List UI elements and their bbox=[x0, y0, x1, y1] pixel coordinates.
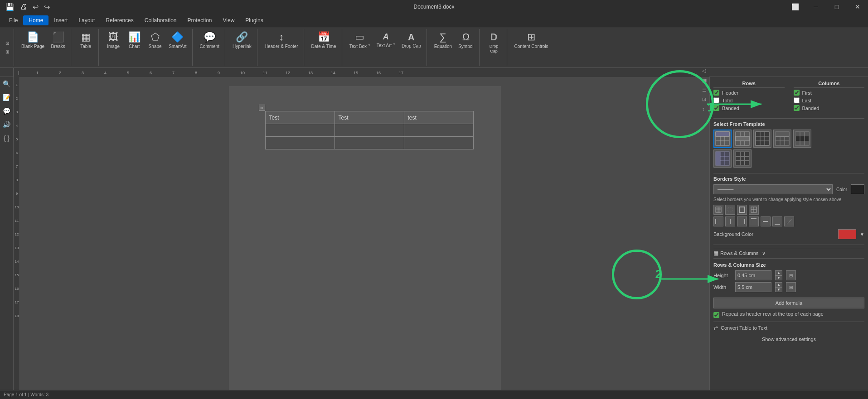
right-edge-icon-5[interactable]: ↕ bbox=[702, 106, 709, 111]
menu-collaboration[interactable]: Collaboration bbox=[139, 15, 182, 25]
width-down[interactable]: ▼ bbox=[775, 287, 782, 292]
border-style-select[interactable]: ───── - - - - · · · · bbox=[713, 184, 833, 194]
minimize-button[interactable]: ─ bbox=[805, 0, 826, 14]
table-cell-1-1[interactable]: Test bbox=[265, 111, 335, 124]
template-option-2[interactable] bbox=[733, 130, 752, 148]
border-all-icon[interactable] bbox=[713, 205, 723, 215]
chart-button[interactable]: 📊 Chart bbox=[124, 30, 144, 51]
right-edge-icon-4[interactable]: ⊡ bbox=[702, 96, 709, 102]
table-cell-2-2[interactable] bbox=[335, 124, 404, 137]
header-checkbox[interactable] bbox=[713, 90, 719, 96]
repeat-header-checkbox[interactable] bbox=[713, 312, 719, 318]
breaks-button[interactable]: ⬛ Breaks bbox=[48, 30, 68, 51]
table-cell-2-1[interactable] bbox=[265, 124, 335, 137]
border-left-icon[interactable] bbox=[713, 216, 723, 226]
border-thick-icon[interactable] bbox=[749, 205, 759, 215]
bg-color-dropdown[interactable]: ▼ bbox=[860, 232, 864, 237]
right-edge-icon-1[interactable]: ◁ bbox=[702, 68, 709, 74]
border-none-icon[interactable] bbox=[725, 205, 735, 215]
save-icon[interactable]: 💾 bbox=[4, 2, 16, 12]
menu-insert[interactable]: Insert bbox=[48, 15, 73, 25]
height-input[interactable] bbox=[735, 270, 771, 280]
document-table[interactable]: Test Test test bbox=[265, 111, 474, 149]
show-advanced-link[interactable]: Show advanced settings bbox=[713, 335, 864, 344]
table-cell-1-3[interactable]: test bbox=[404, 111, 473, 124]
height-up[interactable]: ▲ bbox=[775, 270, 782, 275]
table-cell-3-2[interactable] bbox=[335, 137, 404, 149]
template-option-5[interactable] bbox=[793, 130, 811, 148]
border-right-icon[interactable] bbox=[737, 216, 747, 226]
add-formula-button[interactable]: Add formula bbox=[713, 298, 864, 308]
drop-cap-big-button[interactable]: D DropCap bbox=[484, 30, 504, 55]
window-restore-icon[interactable]: ⬜ bbox=[785, 0, 805, 14]
symbol-button[interactable]: Ω Symbol bbox=[456, 30, 476, 51]
menu-view[interactable]: View bbox=[218, 15, 240, 25]
header-footer-button[interactable]: ↕ Header & Footer bbox=[262, 30, 301, 51]
total-checkbox[interactable] bbox=[713, 97, 719, 103]
text-art-button[interactable]: A Text Art ˅ bbox=[374, 30, 398, 51]
maximize-button[interactable]: □ bbox=[826, 0, 847, 14]
left-panel-code[interactable]: { } bbox=[2, 133, 11, 143]
banded-cols-checkbox[interactable] bbox=[794, 105, 800, 111]
right-edge-icon-2[interactable]: ▦ bbox=[702, 77, 709, 83]
width-input[interactable] bbox=[735, 282, 771, 292]
undo-icon[interactable]: ↩ bbox=[31, 2, 40, 12]
table-cell-1-2[interactable]: Test bbox=[335, 111, 404, 124]
rows-columns-expand[interactable]: ▦ Rows & Columns ∨ bbox=[713, 248, 864, 259]
left-panel-search[interactable]: 🔍 bbox=[1, 79, 12, 89]
template-option-6[interactable] bbox=[713, 149, 732, 168]
document-area[interactable]: ⊕ Test Test test bbox=[20, 77, 709, 390]
print-icon[interactable]: 🖨 bbox=[18, 2, 29, 12]
left-panel-audio[interactable]: 🔊 bbox=[1, 120, 12, 130]
first-checkbox[interactable] bbox=[794, 90, 800, 96]
table-cell-3-1[interactable] bbox=[265, 137, 335, 149]
banded-rows-checkbox[interactable] bbox=[713, 105, 719, 111]
drop-cap-button[interactable]: A Drop Cap bbox=[399, 30, 424, 51]
ribbon-small-icon-2[interactable]: ⊞ bbox=[4, 48, 11, 55]
border-diag-icon[interactable] bbox=[784, 216, 794, 226]
menu-references[interactable]: References bbox=[100, 15, 139, 25]
width-eq-btn[interactable]: ⊟ bbox=[786, 282, 796, 292]
template-option-1[interactable] bbox=[713, 130, 732, 148]
menu-file[interactable]: File bbox=[4, 15, 23, 25]
template-option-4[interactable] bbox=[773, 130, 791, 148]
menu-protection[interactable]: Protection bbox=[182, 15, 218, 25]
border-center-v-icon[interactable] bbox=[725, 216, 735, 226]
height-down[interactable]: ▼ bbox=[775, 275, 782, 280]
height-eq-btn[interactable]: ⊟ bbox=[786, 270, 796, 280]
ribbon-small-icon-1[interactable]: ⊡ bbox=[4, 40, 11, 47]
template-option-3[interactable] bbox=[753, 130, 771, 148]
menu-home[interactable]: Home bbox=[23, 15, 48, 25]
right-edge-icon-3[interactable]: ☰ bbox=[702, 87, 709, 93]
smartart-button[interactable]: 🔷 SmartArt bbox=[166, 30, 189, 51]
template-option-7[interactable] bbox=[733, 149, 752, 168]
convert-table-row[interactable]: ⇄ Convert Table to Text bbox=[713, 325, 864, 331]
border-top-icon[interactable] bbox=[749, 216, 759, 226]
left-panel-text[interactable]: 📝 bbox=[1, 92, 12, 102]
close-button[interactable]: ✕ bbox=[847, 0, 868, 14]
table-button[interactable]: ▦ Table bbox=[76, 30, 96, 51]
table-cell-2-3[interactable] bbox=[404, 124, 473, 137]
redo-icon[interactable]: ↪ bbox=[42, 2, 52, 12]
text-box-button[interactable]: ▭ Text Box ˅ bbox=[347, 30, 373, 51]
border-bottom-icon[interactable] bbox=[772, 216, 782, 226]
image-button[interactable]: 🖼 Image bbox=[103, 30, 123, 51]
menu-layout[interactable]: Layout bbox=[73, 15, 100, 25]
equation-button[interactable]: ∑ Equation bbox=[432, 30, 455, 51]
content-controls-button[interactable]: ⊞ Content Controls bbox=[512, 30, 551, 51]
table-cell-3-3[interactable] bbox=[404, 137, 473, 149]
table-move-handle[interactable]: ⊕ bbox=[259, 105, 265, 111]
border-center-h-icon[interactable] bbox=[761, 216, 771, 226]
menu-plugins[interactable]: Plugins bbox=[240, 15, 268, 25]
width-up[interactable]: ▲ bbox=[775, 282, 782, 287]
border-outside-icon[interactable] bbox=[737, 205, 747, 215]
hyperlink-button[interactable]: 🔗 Hyperlink bbox=[230, 30, 254, 51]
border-color-picker[interactable] bbox=[851, 184, 864, 194]
left-panel-comment[interactable]: 💬 bbox=[1, 106, 12, 116]
last-checkbox[interactable] bbox=[794, 97, 800, 103]
blank-page-button[interactable]: 📄 Blank Page bbox=[19, 30, 47, 51]
date-time-button[interactable]: 📅 Date & Time bbox=[309, 30, 339, 51]
bg-color-picker[interactable] bbox=[838, 229, 856, 239]
comment-button[interactable]: 💬 Comment bbox=[197, 30, 222, 51]
shape-button[interactable]: ⬠ Shape bbox=[145, 30, 165, 51]
